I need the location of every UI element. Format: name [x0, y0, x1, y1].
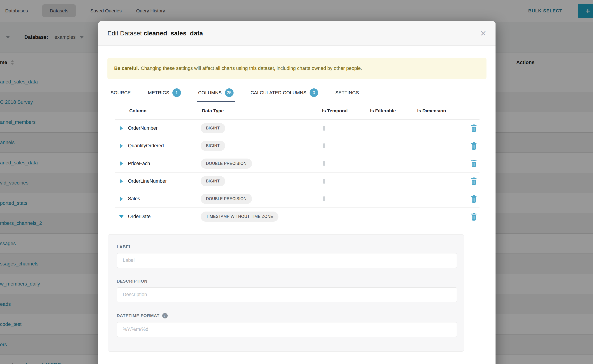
- form-field: DATETIME FORMAT i: [117, 313, 457, 337]
- data-type-pill: DOUBLE PRECISION: [201, 159, 252, 169]
- column-row: QuantityOrdered BIGINT: [115, 137, 480, 155]
- modal-title: Edit Dataset cleaned_sales_data: [107, 30, 203, 37]
- column-name: OrderLineNumber: [128, 178, 201, 184]
- tab-source[interactable]: SOURCE: [111, 84, 131, 102]
- is-temporal-checkbox[interactable]: [323, 143, 325, 148]
- columns-table-header: Column Data Type Is Temporal Is Filterab…: [115, 102, 480, 120]
- trash-icon[interactable]: [470, 213, 477, 221]
- is-temporal-checkbox[interactable]: [323, 196, 325, 202]
- modal-title-dataset-name: cleaned_sales_data: [144, 30, 203, 37]
- tab-count-badge: 0: [310, 88, 318, 97]
- columns-rows: OrderNumber BIGINT QuantityOrdered BIGIN…: [115, 120, 480, 226]
- datetime-format-input[interactable]: [117, 322, 457, 337]
- header-column: Column: [128, 108, 201, 113]
- field-label: LABEL: [117, 244, 457, 249]
- warning-text: Changing these settings will affect all …: [141, 66, 362, 71]
- trash-icon[interactable]: [470, 142, 477, 150]
- tab-count-badge: 1: [172, 88, 181, 97]
- modal-tab-label: COLUMNS: [198, 90, 222, 95]
- trash-icon[interactable]: [470, 177, 477, 185]
- header-is-temporal: Is Temporal: [321, 108, 369, 113]
- expander-caret-icon[interactable]: [115, 126, 128, 130]
- form-field: LABEL: [117, 244, 457, 268]
- warning-banner: Be careful.Changing these settings will …: [107, 58, 487, 79]
- column-row: PriceEach DOUBLE PRECISION: [115, 155, 480, 173]
- modal-tab-label: METRICS: [148, 90, 169, 95]
- is-temporal-checkbox[interactable]: [323, 179, 325, 184]
- field-label: DATETIME FORMAT i: [117, 313, 457, 318]
- column-name: QuantityOrdered: [128, 143, 201, 149]
- tab-calculated-columns[interactable]: CALCULATED COLUMNS 0: [251, 84, 318, 102]
- data-type-pill: TIMESTAMP WITHOUT TIME ZONE: [201, 212, 278, 222]
- trash-icon[interactable]: [470, 195, 477, 203]
- column-name: OrderNumber: [128, 125, 201, 131]
- tab-settings[interactable]: SETTINGS: [335, 84, 359, 102]
- tab-columns[interactable]: COLUMNS 25: [198, 84, 234, 102]
- expander-caret-icon[interactable]: [115, 144, 128, 148]
- warning-bold: Be careful.: [114, 66, 139, 71]
- column-row: OrderLineNumber BIGINT: [115, 173, 480, 190]
- column-name: OrderDate: [128, 214, 201, 220]
- modal-tab-label: SETTINGS: [335, 90, 359, 95]
- is-temporal-checkbox[interactable]: [323, 161, 325, 166]
- description-input[interactable]: [117, 287, 457, 302]
- column-detail-panel: LABEL DESCRIPTION DATETIME FORMAT i: [108, 234, 464, 351]
- info-icon[interactable]: i: [162, 313, 168, 318]
- label-input[interactable]: [117, 253, 457, 268]
- close-icon[interactable]: ✕: [480, 30, 487, 37]
- trash-icon[interactable]: [470, 124, 477, 132]
- modal-tabs: SOURCE METRICS 1 COLUMNS 25 CALCULATED C…: [107, 84, 487, 102]
- expander-caret-icon[interactable]: [115, 179, 128, 184]
- expander-caret-icon[interactable]: [115, 161, 128, 166]
- expander-caret-icon[interactable]: [115, 215, 128, 218]
- column-name: PriceEach: [128, 161, 201, 166]
- column-name: Sales: [128, 196, 201, 202]
- tab-metrics[interactable]: METRICS 1: [148, 84, 181, 102]
- modal-title-prefix: Edit Dataset: [107, 30, 142, 37]
- data-type-pill: BIGINT: [201, 141, 225, 151]
- data-type-pill: DOUBLE PRECISION: [201, 194, 252, 204]
- form-field: DESCRIPTION: [117, 279, 457, 302]
- screen: Databases Datasets Saved Queries Query H…: [0, 0, 593, 364]
- data-type-pill: BIGINT: [201, 123, 225, 133]
- field-label: DESCRIPTION: [117, 279, 457, 284]
- edit-dataset-modal: Edit Dataset cleaned_sales_data ✕ Be car…: [98, 21, 495, 364]
- trash-icon[interactable]: [470, 160, 477, 167]
- modal-tab-label: CALCULATED COLUMNS: [251, 90, 307, 95]
- header-is-dimension: Is Dimension: [416, 108, 468, 113]
- modal-tab-label: SOURCE: [111, 90, 131, 95]
- modal-header: Edit Dataset cleaned_sales_data ✕: [98, 21, 495, 46]
- modal-body: Be careful.Changing these settings will …: [98, 58, 495, 351]
- column-row: Sales DOUBLE PRECISION: [115, 190, 480, 208]
- columns-table: Column Data Type Is Temporal Is Filterab…: [115, 102, 480, 226]
- tab-count-badge: 25: [225, 88, 234, 97]
- expander-caret-icon[interactable]: [115, 197, 128, 201]
- data-type-pill: BIGINT: [201, 176, 225, 186]
- column-row: OrderDate TIMESTAMP WITHOUT TIME ZONE: [115, 208, 480, 225]
- header-data-type: Data Type: [201, 108, 321, 113]
- is-temporal-checkbox[interactable]: [323, 126, 325, 131]
- header-is-filterable: Is Filterable: [369, 108, 416, 113]
- column-row: OrderNumber BIGINT: [115, 120, 480, 137]
